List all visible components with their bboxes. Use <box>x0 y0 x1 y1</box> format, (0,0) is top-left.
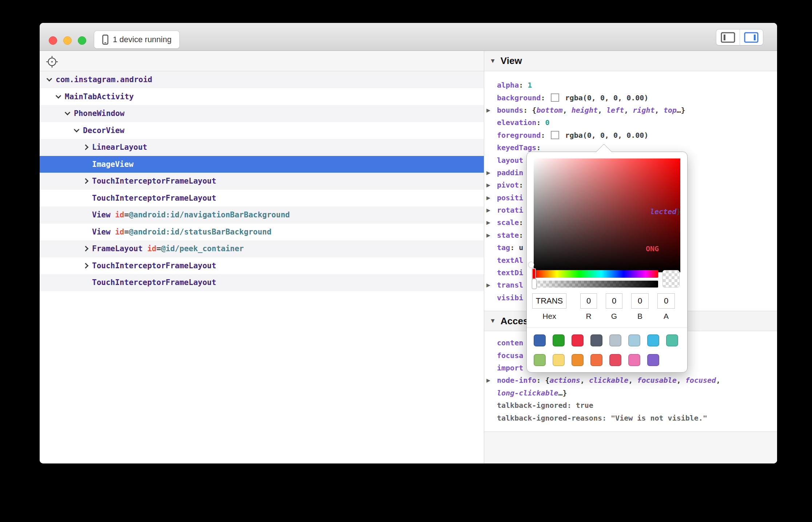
red-input[interactable] <box>580 293 597 309</box>
tree-row[interactable]: TouchInterceptorFrameLayout <box>40 190 484 207</box>
footer-band <box>484 432 777 463</box>
preset-color-swatch[interactable] <box>590 354 602 366</box>
text-segment: } <box>676 207 681 216</box>
disclosure-triangle-icon[interactable]: ▶ <box>486 107 490 113</box>
text-segment: TouchInterceptorFrameLayout <box>92 194 216 202</box>
toggle-right-panel-button[interactable] <box>740 29 763 45</box>
disclosure-triangle-icon[interactable]: ▶ <box>486 232 490 238</box>
blue-input[interactable] <box>631 293 649 309</box>
section-collapse-icon[interactable]: ▼ <box>490 317 496 325</box>
preset-color-swatch[interactable] <box>553 334 565 346</box>
color-cursor[interactable] <box>529 262 534 268</box>
preset-color-swatch[interactable] <box>572 334 584 346</box>
text-segment: …} <box>558 389 567 397</box>
device-running-button[interactable]: 1 device running <box>94 31 180 49</box>
text-segment: : <box>536 118 545 127</box>
transparent-color-swatch <box>662 270 680 288</box>
panel-divider[interactable] <box>484 51 484 463</box>
text-segment: : <box>519 81 528 89</box>
preset-color-swatch[interactable] <box>628 354 640 366</box>
color-picker-popover: Hex R G B A <box>526 152 688 373</box>
text-segment: , <box>655 106 664 115</box>
tree-row[interactable]: TouchInterceptorFrameLayout <box>40 173 484 190</box>
text-segment: : <box>519 181 523 189</box>
b-label: B <box>637 312 642 321</box>
locate-element-button[interactable] <box>45 55 59 69</box>
text-segment: View <box>92 210 115 219</box>
text-segment: rgba(0, 0, 0, 0.00) <box>561 93 649 102</box>
tree-row[interactable]: View id=@android:id/statusBarBackground <box>40 224 484 241</box>
preset-color-swatch[interactable] <box>553 354 565 366</box>
alpha-slider[interactable] <box>534 281 658 288</box>
text-segment: : { <box>523 106 536 115</box>
tree-row[interactable]: PhoneWindow <box>40 105 484 122</box>
disclosure-triangle-icon[interactable]: ▶ <box>486 182 490 188</box>
property-row[interactable]: ▶node-info: {actions, clickable, focusab… <box>484 374 777 386</box>
panel-toggle-group <box>716 29 763 45</box>
hue-slider[interactable] <box>534 270 658 278</box>
text-segment: transl <box>497 281 523 289</box>
property-row: foreground: rgba(0, 0, 0, 0.00) <box>484 129 777 141</box>
alpha-input[interactable] <box>657 293 675 309</box>
text-segment: View <box>92 228 115 236</box>
text-segment: elevation <box>497 118 536 127</box>
disclosure-triangle-icon[interactable]: ▶ <box>486 282 490 288</box>
tree-row[interactable]: MainTabActivity <box>40 88 484 105</box>
text-segment: : { <box>536 376 549 385</box>
text-segment: id <box>115 228 124 236</box>
tree-row[interactable]: TouchInterceptorFrameLayout <box>40 274 484 291</box>
preset-color-swatch[interactable] <box>647 334 659 346</box>
preset-color-swatch[interactable] <box>534 354 546 366</box>
tree-row[interactable]: View id=@android:id/navigationBarBackgro… <box>40 206 484 224</box>
preset-color-swatch[interactable] <box>647 354 659 366</box>
color-checkbox-swatch[interactable] <box>551 93 559 102</box>
text-segment: id <box>147 244 156 253</box>
text-segment: @android:id/navigationBarBackground <box>129 210 290 219</box>
titlebar: 1 device running <box>40 23 777 51</box>
preset-color-swatch[interactable] <box>609 354 621 366</box>
color-checkbox-swatch[interactable] <box>551 131 559 139</box>
section-collapse-icon[interactable]: ▼ <box>490 57 496 65</box>
disclosure-triangle-icon[interactable]: ▶ <box>486 220 490 225</box>
text-segment: keyedTags <box>497 143 536 152</box>
text-segment: focusa <box>497 351 523 360</box>
disclosure-triangle-icon[interactable]: ▶ <box>486 194 490 200</box>
toggle-left-panel-button[interactable] <box>716 29 740 45</box>
tree-node-label: DecorView <box>40 126 124 135</box>
tree-row[interactable]: ImageView <box>40 156 484 173</box>
tree-row[interactable]: FrameLayout id=@id/peek_container <box>40 240 484 257</box>
text-segment: rgba(0, 0, 0, 0.00) <box>561 131 649 140</box>
minimize-button[interactable] <box>63 36 72 45</box>
tree-row[interactable]: LinearLayout <box>40 139 484 156</box>
preset-color-swatch[interactable] <box>609 334 621 346</box>
preset-color-swatch[interactable] <box>666 334 678 346</box>
close-button[interactable] <box>49 36 57 45</box>
property-row[interactable]: ▶bounds: {bottom, height, left, right, t… <box>484 104 777 116</box>
disclosure-triangle-icon[interactable]: ▶ <box>486 207 490 213</box>
preset-color-swatch[interactable] <box>590 334 602 346</box>
text-segment: state <box>497 231 519 240</box>
text-segment: : <box>519 231 523 240</box>
text-segment: com.instagram.android <box>56 75 152 84</box>
hex-input[interactable] <box>532 293 566 309</box>
preset-color-swatch[interactable] <box>628 334 640 346</box>
green-input[interactable] <box>606 293 622 309</box>
tree-row[interactable]: TouchInterceptorFrameLayout <box>40 257 484 274</box>
text-segment: 0 <box>545 118 549 127</box>
zoom-button[interactable] <box>78 36 86 45</box>
text-segment: PhoneWindow <box>74 109 124 118</box>
view-section-header[interactable]: ▼ View <box>484 51 777 71</box>
text-segment: ImageView <box>92 160 134 169</box>
view-section-title: View <box>501 55 522 67</box>
disclosure-triangle-icon[interactable]: ▶ <box>486 377 490 383</box>
text-segment: layout <box>497 156 523 165</box>
preset-color-swatch[interactable] <box>572 354 584 366</box>
property-row: elevation: 0 <box>484 116 777 129</box>
hue-slider-handle[interactable] <box>532 268 536 279</box>
alpha-slider-handle[interactable] <box>532 279 537 289</box>
property-row: alpha: 1 <box>484 79 777 91</box>
tree-row[interactable]: DecorView <box>40 122 484 139</box>
preset-color-swatch[interactable] <box>534 334 546 346</box>
disclosure-triangle-icon[interactable]: ▶ <box>486 170 490 176</box>
tree-row[interactable]: com.instagram.android <box>40 71 484 88</box>
